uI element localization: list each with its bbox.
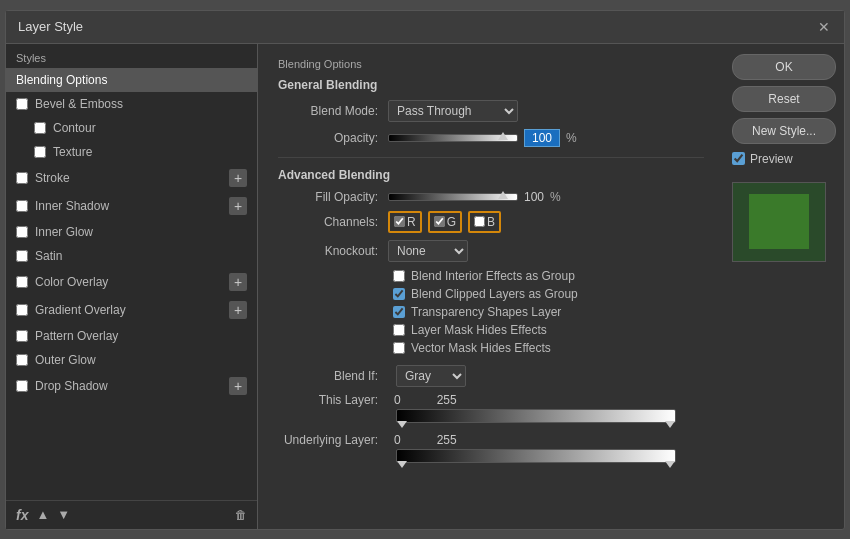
gradient-overlay-plus-icon[interactable]: + xyxy=(229,301,247,319)
opacity-label: Opacity: xyxy=(278,131,388,145)
sidebar-item-stroke[interactable]: Stroke + xyxy=(6,164,257,192)
channel-r-checkbox[interactable] xyxy=(394,216,405,227)
knockout-select[interactable]: None Shallow Deep xyxy=(388,240,468,262)
satin-label: Satin xyxy=(35,249,62,263)
reset-button[interactable]: Reset xyxy=(732,86,836,112)
sidebar-item-satin[interactable]: Satin xyxy=(6,244,257,268)
ok-button[interactable]: OK xyxy=(732,54,836,80)
preview-box xyxy=(732,182,826,262)
sidebar-item-color-overlay[interactable]: Color Overlay + xyxy=(6,268,257,296)
channel-b-box: B xyxy=(468,211,501,233)
this-layer-label: This Layer: xyxy=(278,393,388,407)
opacity-row: Opacity: 100 % xyxy=(278,129,704,147)
right-panel: OK Reset New Style... Preview xyxy=(724,44,844,529)
preview-label: Preview xyxy=(750,152,793,166)
satin-checkbox[interactable] xyxy=(16,250,28,262)
this-layer-thumb-right[interactable] xyxy=(665,421,675,428)
layer-mask-hides-checkbox[interactable] xyxy=(393,324,405,336)
preview-checkbox[interactable] xyxy=(732,152,745,165)
fill-opacity-slider[interactable] xyxy=(388,193,518,201)
drop-shadow-checkbox[interactable] xyxy=(16,380,28,392)
blend-if-section: Blend If: Gray Red Green Blue This Layer… xyxy=(278,365,704,463)
sidebar-item-inner-glow[interactable]: Inner Glow xyxy=(6,220,257,244)
sidebar-item-inner-shadow[interactable]: Inner Shadow + xyxy=(6,192,257,220)
sidebar-item-texture[interactable]: Texture xyxy=(6,140,257,164)
new-style-button[interactable]: New Style... xyxy=(732,118,836,144)
general-blending-header: General Blending xyxy=(278,78,704,92)
vector-mask-hides-label: Vector Mask Hides Effects xyxy=(411,341,551,355)
bevel-emboss-checkbox[interactable] xyxy=(16,98,28,110)
channel-g-box: G xyxy=(428,211,462,233)
texture-checkbox[interactable] xyxy=(34,146,46,158)
sidebar-item-bevel-emboss[interactable]: Bevel & Emboss xyxy=(6,92,257,116)
down-arrow-button[interactable]: ▼ xyxy=(57,507,70,522)
opacity-pct: % xyxy=(566,131,577,145)
transparency-shapes-label: Transparency Shapes Layer xyxy=(411,305,561,319)
this-layer-val2: 255 xyxy=(437,393,457,407)
this-layer-slider[interactable] xyxy=(396,409,676,423)
gradient-overlay-checkbox[interactable] xyxy=(16,304,28,316)
check-blend-clipped: Blend Clipped Layers as Group xyxy=(278,287,704,301)
inner-shadow-checkbox[interactable] xyxy=(16,200,28,212)
close-button[interactable]: ✕ xyxy=(816,19,832,35)
blend-interior-checkbox[interactable] xyxy=(393,270,405,282)
sidebar-item-pattern-overlay[interactable]: Pattern Overlay xyxy=(6,324,257,348)
trash-button[interactable]: 🗑 xyxy=(235,508,247,522)
opacity-value[interactable]: 100 xyxy=(524,129,560,147)
check-blend-interior: Blend Interior Effects as Group xyxy=(278,269,704,283)
preview-inner xyxy=(749,194,809,249)
inner-shadow-plus-icon[interactable]: + xyxy=(229,197,247,215)
underlying-layer-slider[interactable] xyxy=(396,449,676,463)
fill-opacity-thumb[interactable] xyxy=(498,191,508,199)
stroke-checkbox[interactable] xyxy=(16,172,28,184)
drop-shadow-label: Drop Shadow xyxy=(35,379,108,393)
underlying-layer-thumb-left[interactable] xyxy=(397,461,407,468)
color-overlay-plus-icon[interactable]: + xyxy=(229,273,247,291)
sidebar-item-gradient-overlay[interactable]: Gradient Overlay + xyxy=(6,296,257,324)
fx-button[interactable]: fx xyxy=(16,507,28,523)
channel-b-checkbox[interactable] xyxy=(474,216,485,227)
pattern-overlay-checkbox[interactable] xyxy=(16,330,28,342)
check-vector-mask-hides: Vector Mask Hides Effects xyxy=(278,341,704,355)
blend-mode-row: Blend Mode: Pass Through Normal Dissolve… xyxy=(278,100,704,122)
stroke-plus-icon[interactable]: + xyxy=(229,169,247,187)
up-arrow-button[interactable]: ▲ xyxy=(36,507,49,522)
opacity-thumb[interactable] xyxy=(498,132,508,140)
blend-if-label: Blend If: xyxy=(278,369,388,383)
styles-label: Styles xyxy=(6,44,257,68)
sidebar-item-blending-options[interactable]: Blending Options xyxy=(6,68,257,92)
blend-if-select[interactable]: Gray Red Green Blue xyxy=(396,365,466,387)
blend-clipped-checkbox[interactable] xyxy=(393,288,405,300)
fill-opacity-row: Fill Opacity: 100 % xyxy=(278,190,704,204)
blend-interior-label: Blend Interior Effects as Group xyxy=(411,269,575,283)
preview-row: Preview xyxy=(732,152,836,166)
channels-row: Channels: R G B xyxy=(278,211,704,233)
check-layer-mask-hides: Layer Mask Hides Effects xyxy=(278,323,704,337)
opacity-slider[interactable] xyxy=(388,134,518,142)
check-transparency-shapes: Transparency Shapes Layer xyxy=(278,305,704,319)
channel-g-label: G xyxy=(447,215,456,229)
sidebar-item-drop-shadow[interactable]: Drop Shadow + xyxy=(6,372,257,400)
pattern-overlay-label: Pattern Overlay xyxy=(35,329,118,343)
contour-checkbox[interactable] xyxy=(34,122,46,134)
sidebar-item-contour[interactable]: Contour xyxy=(6,116,257,140)
left-panel: Styles Blending Options Bevel & Emboss C… xyxy=(6,44,258,529)
blend-if-row: Blend If: Gray Red Green Blue xyxy=(278,365,704,387)
blend-mode-select[interactable]: Pass Through Normal Dissolve Multiply Sc… xyxy=(388,100,518,122)
sidebar-item-outer-glow[interactable]: Outer Glow xyxy=(6,348,257,372)
drop-shadow-plus-icon[interactable]: + xyxy=(229,377,247,395)
layer-style-dialog: Layer Style ✕ Styles Blending Options Be… xyxy=(5,10,845,530)
fill-opacity-pct: % xyxy=(550,190,561,204)
channel-g-checkbox[interactable] xyxy=(434,216,445,227)
inner-glow-checkbox[interactable] xyxy=(16,226,28,238)
texture-label: Texture xyxy=(53,145,92,159)
this-layer-val1: 0 xyxy=(394,393,401,407)
outer-glow-checkbox[interactable] xyxy=(16,354,28,366)
underlying-layer-thumb-right[interactable] xyxy=(665,461,675,468)
this-layer-thumb-left[interactable] xyxy=(397,421,407,428)
left-panel-footer: fx ▲ ▼ 🗑 xyxy=(6,500,257,529)
color-overlay-checkbox[interactable] xyxy=(16,276,28,288)
transparency-shapes-checkbox[interactable] xyxy=(393,306,405,318)
vector-mask-hides-checkbox[interactable] xyxy=(393,342,405,354)
underlying-layer-label: Underlying Layer: xyxy=(278,433,388,447)
